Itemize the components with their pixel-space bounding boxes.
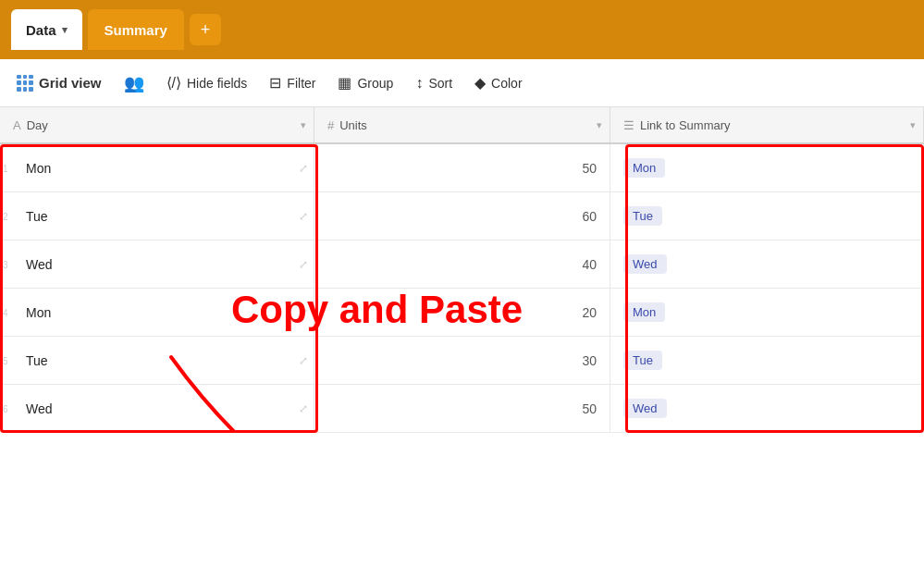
expand-icon[interactable]: ⤢: [299, 162, 308, 175]
tab-bar: Data ▾ Summary +: [0, 0, 924, 59]
cell-link[interactable]: Mon: [610, 289, 924, 336]
table-row: 5 Tue ⤢ 30 Tue: [0, 337, 924, 385]
cell-day[interactable]: 1 Mon ⤢: [0, 144, 314, 191]
table-row: 2 Tue ⤢ 60 Tue: [0, 192, 924, 240]
cell-link[interactable]: Wed: [610, 240, 924, 288]
cell-day[interactable]: 5 Tue ⤢: [0, 337, 314, 384]
chevron-down-icon: ▾: [910, 119, 916, 131]
chevron-down-icon: ▾: [597, 119, 602, 131]
expand-icon[interactable]: ⤢: [299, 402, 308, 415]
cell-link[interactable]: Wed: [610, 385, 924, 432]
plus-icon: +: [201, 20, 211, 40]
day-value: Tue: [26, 353, 48, 368]
sort-button[interactable]: ↕ Sort: [415, 75, 452, 92]
column-header-day[interactable]: A Day ▾: [0, 107, 314, 142]
group-label: Group: [357, 76, 393, 91]
table-row: 4 Mon ⤢ 20 Mon: [0, 289, 924, 337]
cell-units[interactable]: 50: [314, 385, 610, 432]
link-tag: Tue: [623, 206, 662, 226]
table-row: 1 Mon ⤢ 50 Mon: [0, 144, 924, 192]
add-tab-button[interactable]: +: [190, 14, 221, 45]
units-value: 50: [582, 161, 597, 176]
group-button[interactable]: ▦ Group: [338, 74, 393, 92]
sort-icon: ↕: [415, 75, 423, 92]
cell-day[interactable]: 2 Tue ⤢: [0, 192, 314, 240]
text-type-icon: A: [13, 118, 21, 132]
filter-label: Filter: [287, 76, 315, 91]
expand-icon[interactable]: ⤢: [299, 306, 308, 319]
day-value: Wed: [26, 257, 53, 272]
tab-summary[interactable]: Summary: [88, 9, 184, 50]
link-tag: Mon: [623, 302, 665, 322]
hide-fields-button[interactable]: ⟨/⟩ Hide fields: [166, 74, 248, 92]
link-tag: Tue: [623, 351, 662, 370]
group-icon: ▦: [338, 74, 351, 92]
expand-icon[interactable]: ⤢: [299, 258, 308, 271]
people-icon-button[interactable]: 👥: [124, 73, 144, 93]
units-value: 50: [582, 401, 597, 416]
toolbar: Grid view 👥 ⟨/⟩ Hide fields ⊟ Filter ▦ G…: [0, 59, 924, 107]
cell-day[interactable]: 4 Mon ⤢: [0, 289, 314, 336]
day-value: Wed: [26, 401, 53, 416]
number-type-icon: #: [327, 118, 334, 132]
color-button[interactable]: ◆ Color: [474, 74, 522, 92]
column-day-label: Day: [27, 118, 48, 132]
grid-view-label: Grid view: [39, 75, 102, 91]
tab-summary-label: Summary: [105, 22, 167, 38]
link-tag: Mon: [623, 158, 665, 178]
cell-units[interactable]: 20: [314, 289, 610, 336]
units-value: 40: [582, 257, 597, 272]
link-tag: Wed: [623, 254, 667, 274]
cell-link[interactable]: Tue: [610, 337, 924, 384]
table-row: 3 Wed ⤢ 40 Wed: [0, 240, 924, 289]
chevron-down-icon: ▾: [62, 24, 68, 36]
column-headers: A Day ▾ # Units ▾ ☰ Link to Summary ▾: [0, 107, 924, 144]
people-icon: 👥: [124, 73, 144, 93]
expand-icon[interactable]: ⤢: [299, 210, 308, 223]
cell-units[interactable]: 50: [314, 144, 610, 191]
expand-icon[interactable]: ⤢: [299, 354, 308, 367]
grid-view-button[interactable]: Grid view: [17, 75, 102, 92]
link-type-icon: ☰: [623, 118, 634, 132]
tab-data-label: Data: [26, 22, 56, 38]
column-header-units[interactable]: # Units ▾: [314, 107, 610, 142]
table-row: 6 Wed ⤢ 50 Wed: [0, 385, 924, 433]
units-value: 20: [582, 305, 597, 320]
tab-data[interactable]: Data ▾: [11, 9, 82, 50]
filter-icon: ⊟: [269, 74, 281, 92]
hide-fields-label: Hide fields: [187, 76, 247, 91]
cell-link[interactable]: Tue: [610, 192, 924, 240]
chevron-down-icon: ▾: [301, 119, 306, 131]
filter-button[interactable]: ⊟ Filter: [269, 74, 315, 92]
cell-units[interactable]: 60: [314, 192, 610, 240]
cell-day[interactable]: 6 Wed ⤢: [0, 385, 314, 432]
day-value: Mon: [26, 161, 51, 176]
cell-units[interactable]: 40: [314, 240, 610, 288]
column-header-link[interactable]: ☰ Link to Summary ▾: [610, 107, 924, 142]
cell-units[interactable]: 30: [314, 337, 610, 384]
cell-day[interactable]: 3 Wed ⤢: [0, 240, 314, 288]
day-value: Tue: [26, 209, 48, 224]
sort-label: Sort: [428, 76, 452, 91]
table-body: 1 Mon ⤢ 50 Mon 2 Tue ⤢ 60 Tue 3 Wed ⤢ 40: [0, 144, 924, 433]
color-icon: ◆: [474, 74, 486, 92]
link-tag: Wed: [623, 399, 667, 418]
cell-link[interactable]: Mon: [610, 144, 924, 191]
units-value: 60: [582, 209, 597, 224]
color-label: Color: [491, 76, 522, 91]
column-link-label: Link to Summary: [640, 118, 731, 132]
hide-fields-icon: ⟨/⟩: [166, 74, 181, 92]
grid-icon: [17, 75, 33, 92]
day-value: Mon: [26, 305, 51, 320]
units-value: 30: [582, 353, 597, 368]
column-units-label: Units: [339, 118, 367, 132]
